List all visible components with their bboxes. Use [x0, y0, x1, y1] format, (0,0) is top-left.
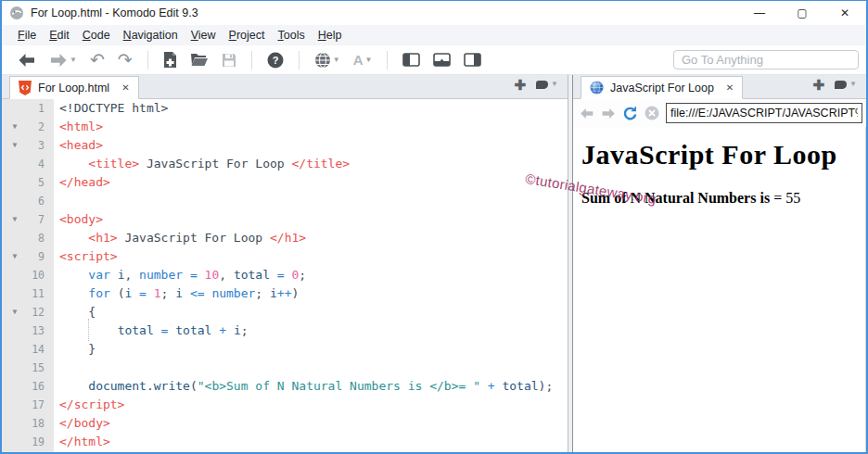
line-number: 14	[28, 340, 46, 359]
forward-icon	[49, 53, 68, 68]
fold-spacer	[2, 340, 28, 359]
code-text: </body>	[46, 414, 110, 433]
fold-spacer	[2, 433, 28, 451]
menu-item-project[interactable]: Project	[223, 27, 272, 44]
font-dropdown-icon[interactable]: ▼	[365, 57, 373, 64]
code-line-17[interactable]: 17</script>	[2, 396, 568, 414]
browser-stop-button[interactable]	[645, 106, 659, 120]
fold-spacer	[2, 173, 28, 192]
fold-arrow-icon[interactable]: ▼	[2, 303, 28, 322]
fold-spacer	[2, 359, 28, 377]
code-line-1[interactable]: 1<!DOCTYPE html>	[2, 99, 568, 118]
code-line-5[interactable]: 5</head>	[2, 173, 568, 192]
line-number: 13	[28, 322, 46, 340]
fold-arrow-icon[interactable]: ▼	[2, 136, 28, 155]
code-text: document.write("<b>Sum of N Natural Numb…	[46, 377, 553, 396]
code-line-16[interactable]: 16 document.write("<b>Sum of N Natural N…	[2, 377, 568, 396]
minimize-button[interactable]: —	[738, 1, 781, 25]
fold-spacer	[2, 266, 28, 284]
line-number: 8	[28, 229, 46, 247]
code-text: </html>	[46, 433, 110, 451]
back-button[interactable]	[13, 51, 41, 69]
globe-icon	[314, 52, 331, 69]
code-line-10[interactable]: 10 var i, number = 10, total = 0;	[2, 266, 568, 284]
code-line-11[interactable]: 11 for (i = 1; i <= number; i++)	[2, 284, 568, 303]
tab-label: JavaScript For Loop	[610, 82, 714, 95]
new-tab-button[interactable]: ✚	[515, 78, 527, 92]
new-file-button[interactable]	[159, 50, 182, 69]
new-tab-button[interactable]: ✚	[813, 78, 825, 92]
undo-button[interactable]: ↶	[85, 51, 109, 69]
close-button[interactable]: ✕	[823, 1, 866, 25]
toggle-bottom-pane-button[interactable]	[428, 51, 455, 69]
menu-item-navigation[interactable]: Navigation	[117, 27, 185, 44]
new-file-icon	[163, 52, 177, 68]
browser-back-button[interactable]	[580, 107, 594, 120]
code-line-13[interactable]: 13 total = total + i;	[2, 322, 568, 340]
menu-bar: FileEditCodeNavigationViewProjectToolsHe…	[2, 25, 866, 45]
font-icon: A	[353, 52, 364, 68]
code-area[interactable]: 1<!DOCTYPE html>▼2<html>▼3<head>4 <title…	[2, 99, 568, 452]
publish-menu-button[interactable]: ▼	[535, 80, 558, 90]
menu-item-edit[interactable]: Edit	[43, 27, 76, 44]
code-line-12[interactable]: ▼12 {	[2, 303, 568, 322]
help-button[interactable]: ?	[262, 50, 288, 70]
fold-spacer	[2, 99, 28, 118]
fold-arrow-icon[interactable]: ▼	[2, 247, 28, 266]
code-text: <title> JavaScript For Loop </title>	[46, 155, 350, 173]
menu-item-code[interactable]: Code	[76, 27, 117, 44]
editor-tab-bar: For Loop.html ✕ ✚ ▼	[2, 75, 568, 99]
bottom-pane-toggle-icon	[433, 53, 451, 67]
code-line-18[interactable]: 18</body>	[2, 414, 568, 433]
toggle-left-pane-button[interactable]	[398, 51, 425, 69]
font-settings-button[interactable]: A ▼	[349, 50, 377, 69]
toolbar-separator	[387, 51, 388, 69]
tab-close-icon[interactable]: ✕	[121, 82, 129, 93]
code-line-8[interactable]: 8 <h1> JavaScript For Loop </h1>	[2, 229, 568, 247]
save-button[interactable]	[217, 51, 241, 69]
editor-tab-actions: ✚ ▼	[515, 78, 568, 96]
code-line-9[interactable]: ▼9<script>	[2, 247, 568, 266]
forward-button[interactable]: ▼	[45, 51, 82, 69]
page-heading: JavaScript For Loop	[581, 139, 858, 170]
code-line-15[interactable]: 15	[2, 359, 568, 377]
code-line-4[interactable]: 4 <title> JavaScript For Loop </title>	[2, 155, 568, 173]
browser-tab-bar: JavaScript For Loop ✕ ✚ ▼	[573, 75, 866, 99]
menu-item-help[interactable]: Help	[312, 27, 349, 44]
redo-button[interactable]: ↷	[113, 51, 137, 69]
code-line-14[interactable]: 14 }	[2, 340, 568, 359]
fold-arrow-icon[interactable]: ▼	[2, 118, 28, 136]
open-file-button[interactable]	[185, 51, 213, 69]
forward-dropdown-icon[interactable]: ▼	[70, 57, 77, 64]
maximize-button[interactable]: ▢	[781, 1, 823, 25]
code-line-3[interactable]: ▼3<head>	[2, 136, 568, 155]
tab-for-loop-html[interactable]: For Loop.html ✕	[9, 76, 139, 99]
tab-label: For Loop.html	[38, 82, 109, 95]
browser-pane: JavaScript For Loop ✕ ✚ ▼	[573, 75, 866, 452]
browser-forward-button[interactable]	[601, 107, 616, 120]
menu-item-file[interactable]: File	[11, 27, 43, 44]
tab-javascript-for-loop[interactable]: JavaScript For Loop ✕	[581, 76, 743, 99]
code-text	[46, 359, 59, 377]
go-to-anything-input[interactable]	[673, 50, 859, 69]
code-line-6[interactable]: 6	[2, 192, 568, 210]
line-number: 16	[28, 377, 46, 396]
tab-close-icon[interactable]: ✕	[726, 82, 734, 93]
preview-in-browser-button[interactable]: ▼	[310, 50, 345, 70]
preview-dropdown-icon[interactable]: ▼	[333, 57, 340, 64]
publish-menu-button[interactable]: ▼	[834, 80, 857, 90]
publish-dropdown-icon: ▼	[551, 81, 558, 88]
code-line-2[interactable]: ▼2<html>	[2, 118, 568, 136]
toolbar-separator	[251, 51, 252, 69]
line-number: 4	[28, 155, 46, 173]
help-icon: ?	[267, 52, 284, 69]
menu-item-tools[interactable]: Tools	[271, 27, 311, 44]
toggle-right-pane-button[interactable]	[459, 51, 486, 69]
browser-refresh-button[interactable]	[622, 106, 638, 121]
url-input[interactable]	[666, 103, 862, 123]
menu-item-view[interactable]: View	[185, 27, 223, 44]
html-file-icon	[19, 81, 32, 95]
code-line-19[interactable]: 19</html>	[2, 433, 568, 451]
code-line-7[interactable]: ▼7<body>	[2, 210, 568, 229]
fold-arrow-icon[interactable]: ▼	[2, 210, 28, 229]
